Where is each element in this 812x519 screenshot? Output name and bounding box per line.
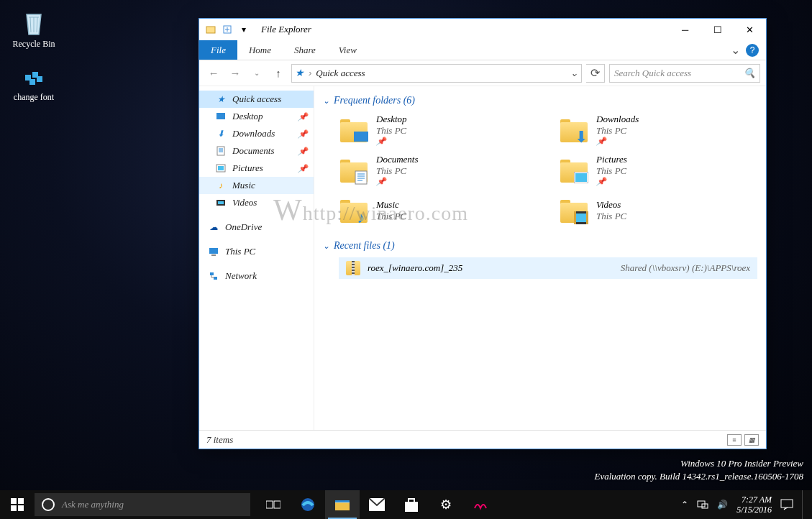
view-large-icons-button[interactable]: ▦ [744, 434, 759, 446]
pin-icon: 📌 [298, 164, 308, 173]
videos-overlay-icon [573, 211, 589, 224]
tab-share[interactable]: Share [283, 40, 327, 60]
pin-icon: 📌 [596, 177, 627, 187]
documents-icon [215, 145, 227, 157]
qat-newfolder-icon[interactable] [220, 22, 234, 37]
sidebar-item-downloads[interactable]: ⬇ Downloads 📌 [199, 125, 314, 142]
svg-rect-16 [354, 132, 368, 142]
svg-rect-24 [266, 501, 273, 508]
chevron-down-icon: ⌄ [323, 96, 329, 106]
recycle-bin-icon [18, 7, 50, 39]
content-pane: ⌄ Frequent folders (6) DesktopThis PC📌 ⬇… [314, 86, 766, 430]
svg-rect-31 [405, 502, 418, 512]
recent-file-path: Shared (\\vboxsrv) (E:)\APPS\roex [621, 262, 750, 274]
pin-icon: 📌 [298, 112, 308, 121]
tab-view[interactable]: View [327, 40, 368, 60]
file-explorer-window: ▾ File Explorer ─ ☐ ✕ File Home Share Vi… [199, 18, 767, 449]
folder-downloads[interactable]: ⬇ DownloadsThis PC📌 [559, 112, 757, 148]
svg-rect-9 [218, 166, 224, 170]
taskbar: Ask me anything ⚙ ⌃ 🔊 7:27 AM 5/15/2016 [0, 490, 812, 519]
this-pc-icon [208, 246, 219, 257]
taskbar-mail[interactable] [360, 490, 394, 519]
sidebar-item-pictures[interactable]: Pictures 📌 [199, 160, 314, 177]
icon-label: Recycle Bin [13, 39, 55, 50]
frequent-folders-header[interactable]: ⌄ Frequent folders (6) [323, 95, 757, 106]
folder-pictures[interactable]: PicturesThis PC📌 [559, 152, 757, 188]
sidebar-onedrive[interactable]: ☁ OneDrive [199, 219, 314, 236]
folder-documents[interactable]: DocumentsThis PC📌 [339, 152, 537, 188]
sidebar-item-documents[interactable]: Documents 📌 [199, 142, 314, 160]
sidebar-quick-access[interactable]: ★ Quick access [199, 91, 314, 108]
tray-chevron-up-icon[interactable]: ⌃ [681, 500, 688, 510]
sidebar-network[interactable]: Network [199, 267, 314, 285]
folder-videos[interactable]: VideosThis PC [559, 193, 757, 229]
pin-icon: 📌 [298, 129, 308, 139]
navigation-pane: ★ Quick access Desktop 📌 ⬇ Downloads 📌 [199, 86, 314, 430]
desktop-icon-change-font[interactable]: change font [9, 60, 59, 103]
close-button[interactable]: ✕ [734, 19, 766, 40]
svg-rect-34 [781, 500, 793, 507]
videos-icon [215, 197, 227, 208]
pin-icon: 📌 [376, 177, 419, 187]
ribbon-collapse-icon[interactable]: ⌄ [731, 43, 740, 57]
tab-file[interactable]: File [199, 40, 237, 60]
pictures-overlay-icon [573, 171, 589, 184]
sidebar-item-desktop[interactable]: Desktop 📌 [199, 108, 314, 125]
desktop-icon-recycle-bin[interactable]: Recycle Bin [9, 7, 59, 50]
refresh-button[interactable]: ⟳ [586, 64, 605, 83]
tray-clock[interactable]: 7:27 AM 5/15/2016 [736, 495, 772, 515]
folder-music[interactable]: ♪ MusicThis PC [339, 193, 537, 229]
recent-locations-dropdown[interactable]: ⌄ [248, 65, 265, 82]
folder-desktop[interactable]: DesktopThis PC📌 [339, 112, 537, 148]
view-details-button[interactable]: ≡ [727, 434, 742, 446]
address-history-dropdown[interactable]: ⌄ [570, 68, 578, 79]
desktop-icons: Recycle Bin change font [9, 7, 59, 103]
search-box[interactable]: Search Quick access 🔍 [609, 64, 760, 83]
recent-file-row[interactable]: roex_[winaero.com]_235 Shared (\\vboxsrv… [339, 257, 757, 279]
help-icon[interactable]: ? [746, 44, 759, 57]
qat-dropdown-icon[interactable]: ▾ [237, 22, 251, 37]
search-icon: 🔍 [744, 68, 755, 78]
svg-rect-19 [575, 173, 587, 182]
taskbar-store[interactable] [394, 490, 429, 519]
maximize-button[interactable]: ☐ [701, 19, 734, 40]
address-bar[interactable]: ★ › Quick access ⌄ [291, 64, 582, 83]
action-center-icon[interactable] [780, 499, 793, 510]
up-button[interactable]: ↑ [270, 65, 287, 82]
tray-network-icon[interactable] [697, 500, 708, 510]
breadcrumb[interactable]: Quick access [316, 68, 365, 79]
frequent-folders-grid: DesktopThis PC📌 ⬇ DownloadsThis PC📌 Docu… [339, 112, 757, 229]
navigation-row: ← → ⌄ ↑ ★ › Quick access ⌄ ⟳ Search Quic… [199, 60, 766, 86]
start-button[interactable] [0, 490, 35, 519]
downloads-overlay-icon: ⬇ [573, 131, 589, 144]
taskbar-file-explorer[interactable] [325, 490, 360, 519]
forward-button[interactable]: → [227, 65, 244, 82]
status-bar: 7 items ≡ ▦ [199, 430, 766, 449]
cortana-icon [42, 498, 55, 511]
desktop-background[interactable]: Recycle Bin change font ▾ File Explorer … [0, 0, 812, 519]
recent-files-header[interactable]: ⌄ Recent files (1) [323, 240, 757, 252]
pin-icon: 📌 [596, 137, 639, 147]
taskbar-settings[interactable]: ⚙ [429, 490, 463, 519]
titlebar[interactable]: ▾ File Explorer ─ ☐ ✕ [199, 19, 766, 40]
sidebar-item-music[interactable]: ♪ Music [199, 177, 314, 194]
svg-rect-3 [37, 76, 42, 82]
icon-label: change font [14, 92, 54, 103]
cortana-search[interactable]: Ask me anything [35, 493, 250, 516]
qat-properties-icon[interactable] [204, 22, 218, 37]
tray-volume-icon[interactable]: 🔊 [717, 500, 728, 510]
taskbar-edge[interactable] [291, 490, 325, 519]
task-view-button[interactable] [256, 490, 291, 519]
tab-home[interactable]: Home [237, 40, 283, 60]
svg-rect-23 [586, 211, 588, 224]
svg-rect-21 [576, 213, 586, 222]
onedrive-icon: ☁ [208, 221, 219, 233]
show-desktop-button[interactable] [802, 490, 806, 519]
pictures-icon [215, 162, 227, 174]
back-button[interactable]: ← [205, 65, 222, 82]
minimize-button[interactable]: ─ [669, 19, 701, 40]
sidebar-this-pc[interactable]: This PC [199, 243, 314, 260]
sidebar-item-videos[interactable]: Videos [199, 194, 314, 211]
svg-rect-11 [218, 201, 224, 204]
taskbar-app[interactable] [463, 490, 498, 519]
